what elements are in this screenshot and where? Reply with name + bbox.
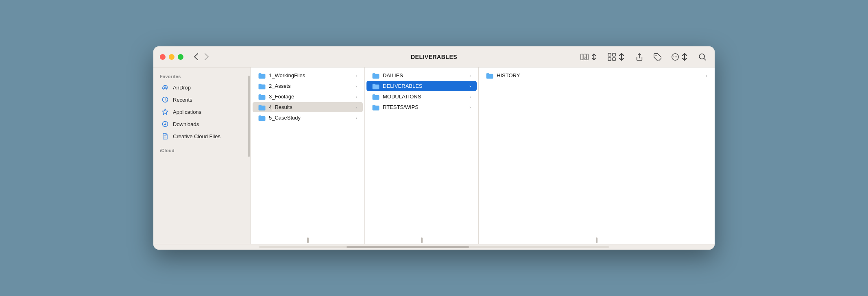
sidebar-item-applications[interactable]: Applications	[155, 106, 249, 118]
column-resizer-2[interactable]	[365, 236, 478, 244]
svg-rect-1	[584, 54, 586, 60]
svg-rect-3	[608, 53, 611, 56]
svg-rect-5	[608, 58, 611, 61]
svg-point-9	[673, 56, 674, 57]
document-icon	[161, 133, 169, 140]
creative-cloud-label: Creative Cloud Files	[173, 133, 220, 139]
recents-label: Recents	[173, 97, 192, 103]
resize-handle	[421, 237, 423, 243]
more-options-button[interactable]	[670, 52, 690, 62]
chevron-right-icon: ›	[469, 105, 471, 110]
svg-rect-2	[587, 54, 588, 60]
list-item[interactable]: DAILIES ›	[366, 70, 477, 81]
grid-view-button[interactable]	[606, 52, 627, 62]
svg-point-7	[655, 55, 656, 56]
downloads-icon	[161, 120, 169, 128]
folder-icon	[372, 104, 379, 110]
applications-label: Applications	[173, 109, 201, 115]
applications-icon	[161, 108, 169, 115]
resize-handle	[596, 237, 598, 243]
list-item[interactable]: RTESTS/WIPS ›	[366, 102, 477, 112]
file-area: 1_WorkingFiles › 2_Assets ›	[251, 67, 715, 244]
list-item[interactable]: 5_CaseStudy ›	[253, 113, 363, 123]
chevron-right-icon: ›	[706, 73, 707, 78]
window-title: DELIVERABLES	[411, 54, 457, 60]
folder-icon	[258, 115, 266, 121]
svg-point-11	[676, 56, 677, 57]
file-list-3: HISTORY ›	[479, 67, 715, 236]
svg-point-10	[675, 56, 676, 57]
filename: MODULATIONS	[383, 94, 466, 100]
file-column-2: DAILIES › DELIVERABLES ›	[365, 67, 479, 244]
maximize-button[interactable]	[178, 54, 183, 60]
column-resizer-3[interactable]	[479, 236, 715, 244]
toolbar-right	[579, 52, 708, 62]
list-item-selected[interactable]: 4_Results ›	[253, 102, 363, 112]
titlebar: DELIVERABLES	[153, 46, 715, 67]
folder-icon	[372, 73, 379, 78]
column-view-button[interactable]	[579, 52, 600, 62]
file-list-2: DAILIES › DELIVERABLES ›	[365, 67, 478, 236]
sidebar-scrollbar[interactable]	[248, 76, 250, 157]
filename: 4_Results	[269, 104, 352, 110]
chevron-right-icon: ›	[355, 73, 357, 78]
svg-rect-0	[581, 54, 583, 60]
list-item[interactable]: 1_WorkingFiles ›	[253, 70, 363, 81]
filename: 1_WorkingFiles	[269, 72, 352, 78]
folder-icon	[486, 73, 493, 78]
file-list-1: 1_WorkingFiles › 2_Assets ›	[251, 67, 364, 236]
file-column-3: HISTORY ›	[479, 67, 715, 244]
filename: 2_Assets	[269, 83, 352, 89]
finder-window: DELIVERABLES	[153, 46, 715, 250]
tag-button[interactable]	[652, 52, 663, 62]
airdrop-icon	[161, 84, 169, 91]
horizontal-scrollbar[interactable]	[153, 244, 715, 250]
sidebar-item-airdrop[interactable]: AirDrop	[155, 81, 249, 94]
list-item-selected-blue[interactable]: DELIVERABLES ›	[366, 81, 477, 91]
sidebar: Favorites AirDrop	[153, 67, 251, 244]
main-content: Favorites AirDrop	[153, 67, 715, 244]
list-item[interactable]: HISTORY ›	[480, 70, 713, 81]
favorites-label: Favorites	[153, 72, 251, 81]
downloads-label: Downloads	[173, 121, 199, 127]
minimize-button[interactable]	[169, 54, 174, 60]
folder-icon	[258, 94, 266, 100]
svg-rect-6	[613, 58, 615, 61]
scrollbar-thumb[interactable]	[347, 246, 469, 248]
chevron-right-icon: ›	[355, 115, 357, 120]
folder-icon	[372, 94, 379, 100]
file-column-1: 1_WorkingFiles › 2_Assets ›	[251, 67, 365, 244]
back-button[interactable]	[192, 52, 201, 62]
filename: DELIVERABLES	[383, 83, 466, 89]
filename: 5_CaseStudy	[269, 115, 352, 121]
search-button[interactable]	[697, 52, 708, 62]
nav-buttons	[192, 52, 211, 62]
folder-icon	[258, 104, 266, 110]
share-button[interactable]	[634, 52, 645, 62]
column-resizer-1[interactable]	[251, 236, 364, 244]
folder-icon	[258, 83, 266, 89]
sidebar-item-creative-cloud[interactable]: Creative Cloud Files	[155, 130, 249, 142]
chevron-right-icon: ›	[355, 84, 357, 89]
sidebar-item-downloads[interactable]: Downloads	[155, 118, 249, 130]
filename: HISTORY	[497, 72, 702, 78]
svg-rect-4	[613, 53, 615, 56]
sidebar-item-recents[interactable]: Recents	[155, 94, 249, 106]
chevron-right-icon: ›	[355, 105, 357, 110]
list-item[interactable]: 3_Footage ›	[253, 91, 363, 102]
resize-handle	[307, 237, 309, 243]
folder-icon	[372, 83, 379, 89]
airdrop-label: AirDrop	[173, 85, 191, 91]
filename: DAILIES	[383, 72, 466, 78]
chevron-right-icon: ›	[469, 73, 471, 78]
chevron-right-icon: ›	[469, 84, 471, 89]
icloud-label: iCloud	[153, 146, 251, 155]
chevron-right-icon: ›	[355, 94, 357, 99]
folder-icon	[258, 73, 266, 78]
list-item[interactable]: MODULATIONS ›	[366, 91, 477, 102]
list-item[interactable]: 2_Assets ›	[253, 81, 363, 91]
close-button[interactable]	[160, 54, 166, 60]
filename: 3_Footage	[269, 94, 352, 100]
chevron-right-icon: ›	[469, 94, 471, 99]
forward-button[interactable]	[202, 52, 211, 62]
